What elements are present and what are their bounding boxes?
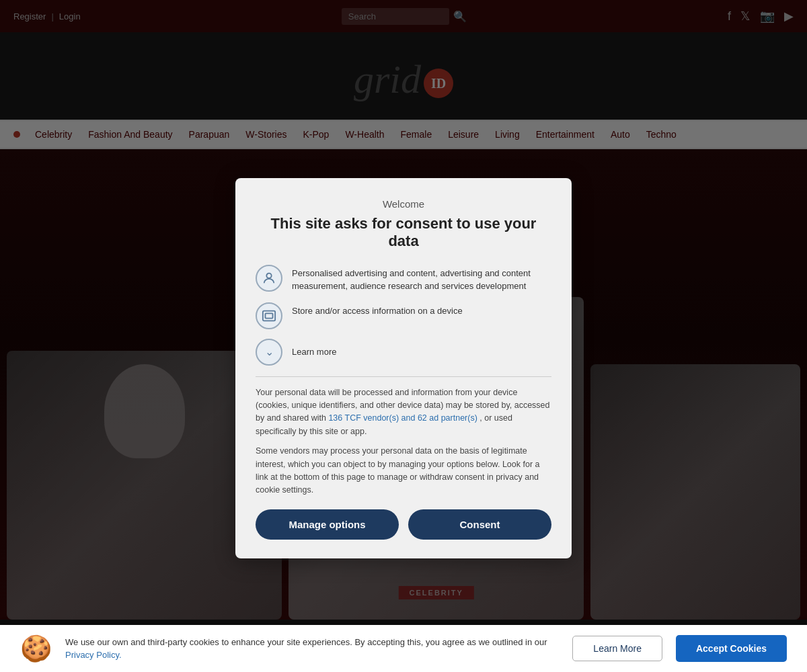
- svg-point-0: [266, 274, 271, 278]
- modal-divider: [256, 376, 551, 377]
- accept-cookies-button[interactable]: Accept Cookies: [676, 635, 787, 662]
- modal-body-paragraph2: Some vendors may process your personal d…: [256, 445, 551, 497]
- vendors-link[interactable]: 136 TCF vendor(s) and 62 ad partner(s): [328, 413, 477, 423]
- learn-more-row: ⌄ Learn more: [256, 339, 551, 366]
- modal-body-paragraph1: Your personal data will be processed and…: [256, 386, 551, 439]
- svg-rect-3: [266, 313, 273, 318]
- feature-advertising: Personalised advertising and content, ad…: [256, 265, 551, 293]
- consent-modal: Welcome This site asks for consent to us…: [235, 178, 572, 558]
- privacy-policy-link[interactable]: Privacy Policy.: [65, 650, 122, 660]
- cookie-bar: 🍪 We use our own and third-party cookies…: [0, 625, 807, 672]
- chevron-down-button[interactable]: ⌄: [256, 339, 282, 366]
- storage-icon: [256, 302, 282, 329]
- modal-welcome: Welcome: [256, 198, 551, 210]
- feature-storage-text: Store and/or access information on a dev…: [292, 302, 463, 318]
- cookie-icon: 🍪: [20, 634, 52, 663]
- learn-more-button[interactable]: Learn More: [572, 636, 662, 661]
- cookie-bar-text: We use our own and third-party cookies t…: [65, 636, 559, 662]
- modal-title: This site asks for consent to use your d…: [256, 215, 551, 250]
- feature-storage: Store and/or access information on a dev…: [256, 302, 551, 329]
- consent-button[interactable]: Consent: [408, 509, 551, 540]
- modal-actions: Manage options Consent: [256, 509, 551, 540]
- advertising-icon: [256, 265, 282, 292]
- manage-options-button[interactable]: Manage options: [256, 509, 399, 540]
- learn-more-text: Learn more: [292, 347, 336, 357]
- feature-advertising-text: Personalised advertising and content, ad…: [292, 265, 551, 293]
